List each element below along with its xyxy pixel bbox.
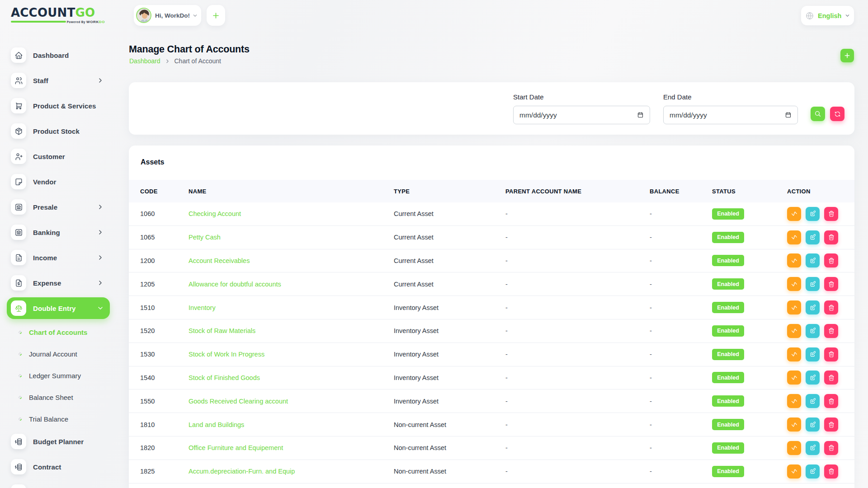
account-name-link[interactable]: Accum.depreciation-Furn. and Equip [189,468,394,475]
sidebar-item-contract[interactable]: Contract [7,456,110,478]
delete-button[interactable] [824,394,838,408]
account-name-link[interactable]: Petty Cash [189,234,394,241]
users-icon [11,73,26,88]
edit-button[interactable] [806,465,820,479]
sidebar-subitem-journal-account[interactable]: Journal Account [7,343,110,365]
edit-button[interactable] [806,394,820,408]
create-account-button[interactable] [840,49,854,62]
brand-logo[interactable]: ACCOUNTGO Powered By WORKDO [11,7,105,23]
sidebar-item-vendor[interactable]: Vendor [7,171,110,192]
delete-button[interactable] [824,371,838,385]
delete-button[interactable] [824,441,838,455]
chevron-right-icon [97,229,104,236]
edit-button[interactable] [806,441,820,455]
cell-type: Current Asset [394,257,505,264]
sidebar-item-income[interactable]: Income [7,247,110,268]
sidebar-item-next-partial[interactable] [7,481,110,488]
activity-button[interactable] [787,253,801,267]
delete-button[interactable] [824,300,838,314]
account-name-link[interactable]: Land and Buildings [189,421,394,428]
sidebar-subitem-chart-of-accounts[interactable]: Chart of Accounts [7,321,110,343]
sidebar-item-customer[interactable]: Customer [7,145,110,167]
account-name-link[interactable]: Goods Received Clearing account [189,398,394,405]
edit-button[interactable] [806,324,820,338]
account-name-link[interactable]: Inventory [189,304,394,311]
start-date-input[interactable]: mm/dd/yyyy [513,106,650,124]
edit-pencil-icon [809,234,816,241]
sidebar-subitem-balance-sheet[interactable]: Balance Sheet [7,386,110,408]
table-header-row: CODE NAME TYPE PARENT ACCOUNT NAME BALAN… [129,180,854,202]
activity-button[interactable] [787,394,801,408]
sidebar-subitem-label: Balance Sheet [29,394,73,401]
edit-button[interactable] [806,230,820,244]
account-name-link[interactable]: Allowance for doubtful accounts [189,281,394,288]
calendar-icon[interactable] [637,112,644,118]
cell-type: Inventory Asset [394,398,505,405]
sidebar-subitem-ledger-summary[interactable]: Ledger Summary [7,365,110,386]
sidebar-item-staff[interactable]: Staff [7,70,110,91]
sidebar-item-expense[interactable]: Expense [7,272,110,294]
edit-button[interactable] [806,277,820,291]
sidebar-item-double-entry[interactable]: Double Entry [7,297,110,319]
end-date-input[interactable]: mm/dd/yyyy [663,106,798,124]
sidebar-item-product-services[interactable]: Product & Services [7,95,110,117]
delete-button[interactable] [824,324,838,338]
account-name-link[interactable]: Checking Account [189,210,394,217]
edit-button[interactable] [806,371,820,385]
account-name-link[interactable]: Account Receivables [189,257,394,264]
activity-button[interactable] [787,324,801,338]
row-actions [787,207,854,221]
sidebar-item-label: Income [33,254,57,262]
delete-button[interactable] [824,465,838,479]
row-actions [787,347,854,361]
calendar-icon[interactable] [785,112,792,118]
sidebar-item-label: Product Stock [33,127,80,135]
trash-icon [828,374,835,381]
edit-button[interactable] [806,300,820,314]
bullet-icon [18,373,23,378]
account-name-link[interactable]: Office Furniture and Equipement [189,444,394,451]
delete-button[interactable] [824,347,838,361]
row-actions [787,441,854,455]
edit-button[interactable] [806,207,820,221]
delete-button[interactable] [824,277,838,291]
sidebar-item-product-stock[interactable]: Product Stock [7,120,110,142]
edit-pencil-icon [809,257,816,264]
activity-button[interactable] [787,347,801,361]
activity-button[interactable] [787,230,801,244]
sidebar-item-label: Expense [33,279,61,287]
language-selector[interactable]: English [801,6,854,25]
sidebar-item-banking[interactable]: Banking [7,221,110,243]
delete-button[interactable] [824,230,838,244]
sidebar-subitem-trial-balance[interactable]: Trial Balance [7,408,110,430]
delete-button[interactable] [824,253,838,267]
account-name-link[interactable]: Stock of Work In Progress [189,351,394,358]
delete-button[interactable] [824,418,838,432]
quick-add-button[interactable] [207,5,225,26]
apply-filter-button[interactable] [811,107,825,121]
account-name-link[interactable]: Stock of Finished Goods [189,374,394,381]
reset-filter-button[interactable] [830,107,844,121]
edit-button[interactable] [806,347,820,361]
activity-button[interactable] [787,300,801,314]
breadcrumb-dashboard-link[interactable]: Dashboard [129,57,160,65]
trash-icon [828,398,835,405]
account-name-link[interactable]: Stock of Raw Materials [189,327,394,334]
status-badge: Enabled [712,419,744,430]
brand-name-secondary: GO [75,6,95,19]
activity-button[interactable] [787,418,801,432]
plus-icon [844,52,851,59]
activity-button[interactable] [787,207,801,221]
sidebar-item-label: Product & Services [33,102,96,110]
delete-button[interactable] [824,207,838,221]
user-menu[interactable]: Hi, WorkDo! [134,5,201,26]
activity-button[interactable] [787,465,801,479]
edit-button[interactable] [806,253,820,267]
activity-button[interactable] [787,277,801,291]
activity-button[interactable] [787,371,801,385]
sidebar-item-budget-planner[interactable]: Budget Planner [7,431,110,452]
sidebar-item-presale[interactable]: Presale [7,196,110,218]
sidebar-item-dashboard[interactable]: Dashboard [7,44,110,66]
edit-button[interactable] [806,418,820,432]
activity-button[interactable] [787,441,801,455]
